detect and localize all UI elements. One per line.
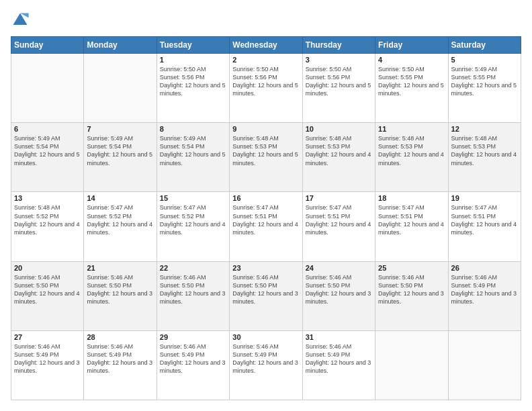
day-number: 15 — [160, 194, 226, 202]
day-info: Sunrise: 5:49 AMSunset: 5:54 PMDaylight:… — [87, 134, 153, 167]
calendar-week-row: 1Sunrise: 5:50 AMSunset: 5:56 PMDaylight… — [11, 54, 521, 123]
calendar-cell — [375, 330, 448, 400]
calendar-cell: 1Sunrise: 5:50 AMSunset: 5:56 PMDaylight… — [157, 54, 229, 123]
day-number: 4 — [378, 56, 445, 64]
calendar-cell: 29Sunrise: 5:46 AMSunset: 5:49 PMDayligh… — [157, 330, 229, 400]
logo-icon — [11, 11, 30, 30]
calendar-cell: 14Sunrise: 5:47 AMSunset: 5:52 PMDayligh… — [84, 192, 157, 261]
calendar-cell: 26Sunrise: 5:46 AMSunset: 5:49 PMDayligh… — [448, 261, 521, 330]
day-number: 29 — [160, 333, 226, 341]
day-number: 8 — [160, 125, 226, 133]
logo — [11, 11, 32, 30]
day-info: Sunrise: 5:48 AMSunset: 5:53 PMDaylight:… — [232, 134, 299, 167]
calendar-week-row: 20Sunrise: 5:46 AMSunset: 5:50 PMDayligh… — [11, 261, 521, 330]
day-info: Sunrise: 5:50 AMSunset: 5:55 PMDaylight:… — [378, 65, 445, 98]
day-number: 14 — [87, 194, 153, 202]
day-info: Sunrise: 5:49 AMSunset: 5:54 PMDaylight:… — [14, 134, 81, 167]
day-info: Sunrise: 5:46 AMSunset: 5:49 PMDaylight:… — [451, 273, 518, 306]
day-info: Sunrise: 5:46 AMSunset: 5:49 PMDaylight:… — [232, 342, 299, 375]
day-info: Sunrise: 5:47 AMSunset: 5:52 PMDaylight:… — [87, 203, 153, 236]
calendar-table: SundayMondayTuesdayWednesdayThursdayFrid… — [11, 36, 521, 400]
calendar-cell: 25Sunrise: 5:46 AMSunset: 5:50 PMDayligh… — [375, 261, 448, 330]
day-number: 21 — [87, 264, 153, 272]
day-info: Sunrise: 5:47 AMSunset: 5:52 PMDaylight:… — [160, 203, 226, 236]
day-number: 28 — [87, 333, 153, 341]
calendar-cell: 12Sunrise: 5:48 AMSunset: 5:53 PMDayligh… — [448, 123, 521, 192]
calendar-cell: 7Sunrise: 5:49 AMSunset: 5:54 PMDaylight… — [84, 123, 157, 192]
calendar-cell — [11, 54, 84, 123]
day-number: 17 — [306, 194, 372, 202]
day-info: Sunrise: 5:47 AMSunset: 5:51 PMDaylight:… — [451, 203, 518, 236]
day-info: Sunrise: 5:46 AMSunset: 5:50 PMDaylight:… — [87, 273, 153, 306]
weekday-header-tuesday: Tuesday — [157, 37, 229, 54]
day-number: 3 — [306, 56, 372, 64]
day-number: 12 — [451, 125, 518, 133]
day-number: 2 — [232, 56, 299, 64]
day-number: 18 — [378, 194, 445, 202]
day-number: 24 — [306, 264, 372, 272]
day-info: Sunrise: 5:48 AMSunset: 5:53 PMDaylight:… — [451, 134, 518, 167]
day-number: 25 — [378, 264, 445, 272]
calendar-cell: 10Sunrise: 5:48 AMSunset: 5:53 PMDayligh… — [302, 123, 375, 192]
day-number: 9 — [232, 125, 299, 133]
calendar-cell: 9Sunrise: 5:48 AMSunset: 5:53 PMDaylight… — [230, 123, 302, 192]
weekday-header-wednesday: Wednesday — [230, 37, 302, 54]
calendar-cell: 20Sunrise: 5:46 AMSunset: 5:50 PMDayligh… — [11, 261, 84, 330]
day-number: 26 — [451, 264, 518, 272]
calendar-cell: 3Sunrise: 5:50 AMSunset: 5:56 PMDaylight… — [302, 54, 375, 123]
calendar-cell: 5Sunrise: 5:49 AMSunset: 5:55 PMDaylight… — [448, 54, 521, 123]
weekday-header-monday: Monday — [84, 37, 157, 54]
day-info: Sunrise: 5:46 AMSunset: 5:49 PMDaylight:… — [306, 342, 372, 375]
day-info: Sunrise: 5:48 AMSunset: 5:52 PMDaylight:… — [14, 203, 81, 236]
calendar-cell: 31Sunrise: 5:46 AMSunset: 5:49 PMDayligh… — [302, 330, 375, 400]
day-info: Sunrise: 5:50 AMSunset: 5:56 PMDaylight:… — [232, 65, 299, 98]
day-number: 30 — [232, 333, 299, 341]
day-info: Sunrise: 5:46 AMSunset: 5:50 PMDaylight:… — [14, 273, 81, 306]
day-number: 20 — [14, 264, 81, 272]
calendar-cell: 13Sunrise: 5:48 AMSunset: 5:52 PMDayligh… — [11, 192, 84, 261]
calendar-cell: 15Sunrise: 5:47 AMSunset: 5:52 PMDayligh… — [157, 192, 229, 261]
calendar-cell: 11Sunrise: 5:48 AMSunset: 5:53 PMDayligh… — [375, 123, 448, 192]
calendar-cell: 4Sunrise: 5:50 AMSunset: 5:55 PMDaylight… — [375, 54, 448, 123]
day-info: Sunrise: 5:46 AMSunset: 5:49 PMDaylight:… — [87, 342, 153, 375]
calendar-cell: 23Sunrise: 5:46 AMSunset: 5:50 PMDayligh… — [230, 261, 302, 330]
calendar-cell — [84, 54, 157, 123]
calendar-cell: 24Sunrise: 5:46 AMSunset: 5:50 PMDayligh… — [302, 261, 375, 330]
calendar-cell — [448, 330, 521, 400]
page: SundayMondayTuesdayWednesdayThursdayFrid… — [0, 0, 532, 411]
calendar-cell: 27Sunrise: 5:46 AMSunset: 5:49 PMDayligh… — [11, 330, 84, 400]
day-info: Sunrise: 5:48 AMSunset: 5:53 PMDaylight:… — [306, 134, 372, 167]
weekday-header-row: SundayMondayTuesdayWednesdayThursdayFrid… — [11, 37, 521, 54]
calendar-cell: 28Sunrise: 5:46 AMSunset: 5:49 PMDayligh… — [84, 330, 157, 400]
day-info: Sunrise: 5:47 AMSunset: 5:51 PMDaylight:… — [378, 203, 445, 236]
calendar-cell: 6Sunrise: 5:49 AMSunset: 5:54 PMDaylight… — [11, 123, 84, 192]
day-info: Sunrise: 5:46 AMSunset: 5:50 PMDaylight:… — [306, 273, 372, 306]
day-info: Sunrise: 5:46 AMSunset: 5:50 PMDaylight:… — [232, 273, 299, 306]
day-info: Sunrise: 5:46 AMSunset: 5:49 PMDaylight:… — [14, 342, 81, 375]
calendar-cell: 21Sunrise: 5:46 AMSunset: 5:50 PMDayligh… — [84, 261, 157, 330]
day-number: 27 — [14, 333, 81, 341]
day-info: Sunrise: 5:50 AMSunset: 5:56 PMDaylight:… — [160, 65, 226, 98]
day-info: Sunrise: 5:49 AMSunset: 5:55 PMDaylight:… — [451, 65, 518, 98]
day-info: Sunrise: 5:47 AMSunset: 5:51 PMDaylight:… — [306, 203, 372, 236]
day-number: 16 — [232, 194, 299, 202]
day-number: 22 — [160, 264, 226, 272]
calendar-cell: 8Sunrise: 5:49 AMSunset: 5:54 PMDaylight… — [157, 123, 229, 192]
day-number: 19 — [451, 194, 518, 202]
day-info: Sunrise: 5:46 AMSunset: 5:49 PMDaylight:… — [160, 342, 226, 375]
day-number: 31 — [306, 333, 372, 341]
day-number: 10 — [306, 125, 372, 133]
day-info: Sunrise: 5:47 AMSunset: 5:51 PMDaylight:… — [232, 203, 299, 236]
day-number: 13 — [14, 194, 81, 202]
day-number: 6 — [14, 125, 81, 133]
calendar-cell: 17Sunrise: 5:47 AMSunset: 5:51 PMDayligh… — [302, 192, 375, 261]
weekday-header-saturday: Saturday — [448, 37, 521, 54]
day-number: 5 — [451, 56, 518, 64]
header — [11, 11, 521, 30]
weekday-header-friday: Friday — [375, 37, 448, 54]
calendar-week-row: 13Sunrise: 5:48 AMSunset: 5:52 PMDayligh… — [11, 192, 521, 261]
day-info: Sunrise: 5:46 AMSunset: 5:50 PMDaylight:… — [160, 273, 226, 306]
calendar-cell: 30Sunrise: 5:46 AMSunset: 5:49 PMDayligh… — [230, 330, 302, 400]
day-number: 11 — [378, 125, 445, 133]
day-number: 23 — [232, 264, 299, 272]
